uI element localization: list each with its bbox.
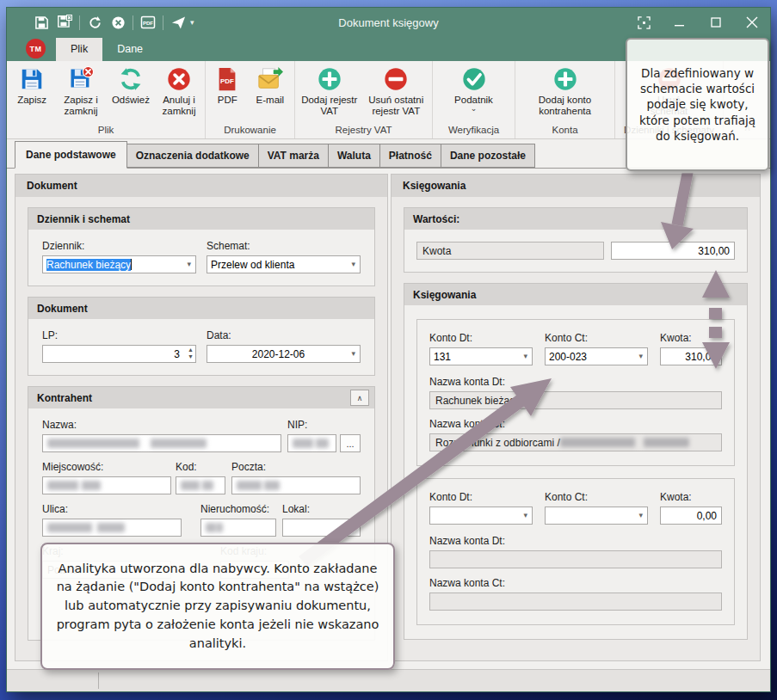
pdf-button[interactable]: PDF	[207, 63, 248, 106]
kwota-field[interactable]: 310,00	[660, 347, 722, 365]
chevron-down-icon: ▾	[638, 511, 643, 519]
dziennik-combobox[interactable]: Rachunek bieżący ▾	[42, 255, 196, 273]
send-button[interactable]	[170, 13, 187, 32]
zapisz-i-zamknij-button[interactable]: Zapisz i zamknij	[55, 63, 107, 117]
window-controls	[626, 8, 770, 37]
kod-field[interactable]	[176, 476, 225, 494]
lokal-field[interactable]	[282, 519, 361, 537]
toolbar-separator	[133, 15, 133, 30]
ribbon-group-label: Rejestry VAT	[297, 124, 430, 138]
browse-nip-button[interactable]: ...	[340, 434, 361, 452]
chevron-down-icon: ▾	[187, 260, 191, 268]
save-close-icon	[57, 15, 72, 30]
pdf-icon	[214, 66, 240, 92]
tab-dane-podstawowe[interactable]: Dane podstawowe	[15, 141, 127, 169]
dokument-panel-header: Dokument	[15, 175, 387, 197]
konto-ct-combobox[interactable]: 200-023 ▾	[545, 347, 648, 365]
anuluj-i-zamknij-button[interactable]: Anuluj i zamknij	[155, 63, 203, 117]
focus-mode-button[interactable]	[626, 8, 662, 37]
zapisz-button[interactable]: Zapisz	[9, 63, 55, 106]
save-close-icon	[68, 66, 94, 92]
spinner-arrows-icon[interactable]: ▲▼	[188, 347, 194, 360]
toolbar-separator	[79, 15, 80, 30]
app-logo[interactable]: TM	[26, 39, 46, 58]
dziennik-i-schemat-box: Dziennik i schemat Dziennik: Rachunek bi…	[28, 207, 375, 286]
email-button[interactable]: E-mail	[248, 63, 293, 106]
ulica-label: Ulica:	[42, 503, 182, 515]
save-and-close-button[interactable]	[56, 13, 73, 32]
wartosci-header: Wartości:	[404, 208, 747, 230]
poczta-field[interactable]	[231, 476, 361, 494]
chevron-down-icon: ▾	[523, 511, 527, 519]
schemat-value: Przelew od klienta	[211, 259, 294, 271]
minimize-button[interactable]	[662, 8, 698, 37]
podatnik-button[interactable]: Podatnik ⌄	[437, 63, 511, 111]
save-button[interactable]	[33, 13, 50, 32]
tab-vat-marza[interactable]: VAT marża	[258, 144, 329, 168]
ksiegowania-panel: Księgowania Wartości: Kwota 310,00 Księg…	[391, 174, 761, 661]
refresh-button[interactable]	[86, 13, 103, 32]
lp-label: LP:	[42, 329, 196, 341]
dziennik-value: Rachunek bieżący	[46, 259, 131, 271]
data-combobox[interactable]: 2020-12-06 ▾	[207, 345, 361, 363]
konto-ct-label: Konto Ct:	[545, 491, 648, 503]
ulica-field[interactable]	[42, 519, 182, 537]
kontrahent-title: Kontrahent	[37, 392, 92, 404]
ribbon-tab-dane[interactable]: Dane	[102, 38, 157, 61]
tab-dane-pozostale[interactable]: Dane pozostałe	[441, 144, 535, 168]
redacted-value	[47, 523, 125, 532]
send-icon	[171, 15, 186, 30]
miejscowosc-field[interactable]	[42, 476, 171, 494]
tab-platnosc[interactable]: Płatność	[379, 144, 441, 168]
konto-ct-label: Konto Ct:	[545, 332, 648, 344]
nazwa-konta-dt-field	[429, 550, 722, 568]
ribbon-group-label: Weryfikacja	[435, 124, 513, 138]
lp-stepper[interactable]: 3 ▲▼	[42, 345, 196, 363]
lp-value: 3	[174, 348, 180, 360]
kwota-label: Kwota:	[660, 491, 722, 503]
dziennik-i-schemat-header: Dziennik i schemat	[28, 208, 374, 230]
tab-oznaczenia-dodatkowe[interactable]: Oznaczenia dodatkowe	[126, 144, 259, 168]
dodaj-rejestr-vat-button[interactable]: Dodaj rejestr VAT	[297, 63, 362, 117]
ribbon-group-plik: Zapisz Zapisz i zamknij Odśwież Anuluj i…	[7, 61, 206, 138]
ribbon-tab-plik[interactable]: Plik	[56, 38, 102, 61]
konto-dt-combobox[interactable]: 131 ▾	[429, 347, 533, 365]
usun-ostatni-rejestr-vat-button[interactable]: Usuń ostatni rejestr VAT	[362, 63, 430, 117]
chevron-down-icon: ▾	[351, 260, 355, 268]
kwota-field[interactable]: 0,00	[660, 507, 722, 525]
cancel-button[interactable]	[109, 13, 126, 32]
note-bottom-left: Analityka utworzona dla nabywcy. Konto z…	[40, 543, 395, 670]
ribbon-group-drukowanie: PDF E-mail Drukowanie	[206, 61, 295, 138]
odswiez-button[interactable]: Odśwież	[107, 63, 155, 106]
kwota-value-field[interactable]: 310,00	[611, 242, 735, 260]
ribbon-group-konta: Dodaj konto kontrahenta Konta	[515, 61, 615, 138]
close-button[interactable]	[734, 8, 770, 37]
schemat-combobox[interactable]: Przelew od klienta ▾	[207, 255, 361, 273]
ksiegowania-box: Księgowania Konto Dt: 131 ▾	[404, 283, 748, 640]
nieruchomosc-label: Nieruchomość:	[200, 503, 276, 515]
nazwa-field[interactable]	[42, 434, 281, 452]
konto-dt-combobox[interactable]: ▾	[429, 507, 533, 525]
send-dropdown-caret-icon[interactable]: ▾	[190, 18, 194, 27]
ribbon-group-label: Drukowanie	[207, 124, 293, 138]
pdf-preview-button[interactable]	[139, 13, 157, 32]
nip-field[interactable]	[287, 434, 336, 452]
ksiegowania-box-header: Księgowania	[404, 284, 747, 305]
collapse-section-button[interactable]: ∧	[350, 390, 369, 406]
add-icon	[317, 66, 342, 92]
kontrahent-header: Kontrahent ∧	[28, 387, 374, 408]
konto-ct-combobox[interactable]: ▾	[545, 507, 648, 525]
pdf-preview-icon	[140, 15, 156, 30]
ribbon-group-weryfikacja: Podatnik ⌄ Weryfikacja	[433, 61, 515, 138]
minimize-icon	[675, 17, 685, 28]
konto-dt-label: Konto Dt:	[429, 491, 533, 503]
dodaj-konto-kontrahenta-button[interactable]: Dodaj konto kontrahenta	[521, 63, 609, 117]
maximize-button[interactable]	[698, 8, 734, 37]
check-icon	[461, 66, 487, 92]
nieruchomosc-field[interactable]	[200, 519, 276, 537]
cancel-icon	[166, 66, 192, 92]
dokument-box-header: Dokument	[28, 298, 374, 319]
tab-waluta[interactable]: Waluta	[328, 144, 380, 168]
chevron-down-icon: ▾	[523, 352, 527, 360]
save-icon	[34, 15, 49, 30]
